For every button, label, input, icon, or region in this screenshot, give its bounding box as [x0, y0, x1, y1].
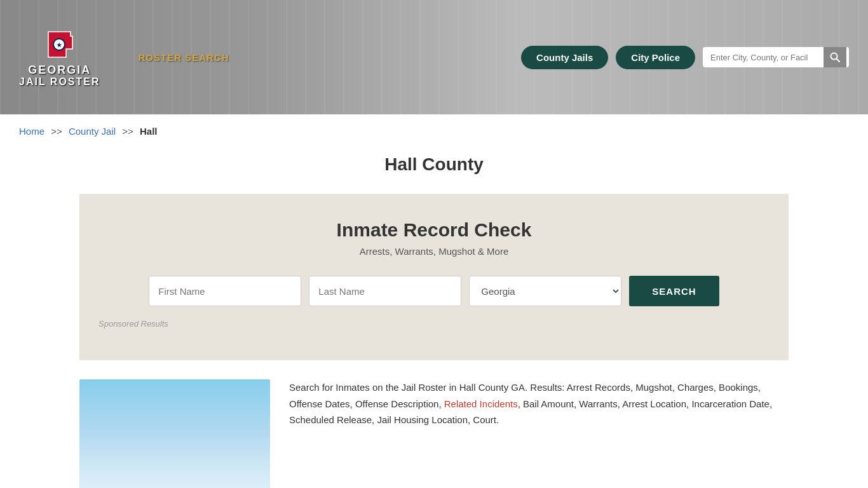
related-incidents-link[interactable]: Related Incidents [444, 398, 518, 409]
state-select[interactable]: AlabamaAlaskaArizonaArkansasCaliforniaCo… [469, 276, 621, 306]
breadcrumb-county-jail[interactable]: County Jail [69, 126, 116, 137]
bottom-section: Search for Inmates on the Jail Roster in… [0, 360, 868, 488]
city-police-button[interactable]: City Police [616, 46, 695, 69]
header-search-button[interactable] [824, 47, 846, 67]
breadcrumb-sep1: >> [51, 126, 62, 137]
breadcrumb: Home >> County Jail >> Hall [0, 114, 868, 148]
last-name-input[interactable] [309, 276, 461, 306]
bottom-description: Search for Inmates on the Jail Roster in… [289, 379, 789, 428]
county-jails-button[interactable]: County Jails [521, 46, 608, 69]
svg-text:★: ★ [57, 42, 62, 48]
header-search-bar [703, 47, 849, 67]
record-check-search-button[interactable]: SEARCH [629, 276, 719, 306]
sponsored-results-label: Sponsored Results [98, 319, 770, 329]
logo-text-jail: JAIL ROSTER [19, 76, 100, 88]
header-search-input[interactable] [703, 48, 824, 67]
roster-search-link[interactable]: ROSTER SEARCH [139, 52, 229, 63]
hall-county-image [79, 379, 270, 488]
search-icon [830, 52, 840, 62]
page-title: Hall County [0, 154, 868, 175]
header-banner: ★ GEORGIA JAIL ROSTER ROSTER SEARCH Coun… [0, 0, 868, 114]
record-check-subtitle: Arrests, Warrants, Mugshot & More [98, 246, 770, 257]
breadcrumb-current: Hall [140, 126, 158, 137]
logo-text-georgia: GEORGIA [28, 64, 91, 77]
first-name-input[interactable] [149, 276, 301, 306]
header-nav-right: County Jails City Police [521, 46, 849, 69]
site-logo[interactable]: ★ GEORGIA JAIL ROSTER [19, 27, 100, 88]
breadcrumb-home[interactable]: Home [19, 126, 44, 137]
record-check-form: AlabamaAlaskaArizonaArkansasCaliforniaCo… [98, 276, 770, 306]
georgia-state-icon: ★ [42, 27, 77, 62]
record-check-section: Inmate Record Check Arrests, Warrants, M… [79, 194, 789, 360]
record-check-title: Inmate Record Check [98, 219, 770, 241]
svg-line-6 [837, 59, 840, 62]
breadcrumb-sep2: >> [122, 126, 133, 137]
